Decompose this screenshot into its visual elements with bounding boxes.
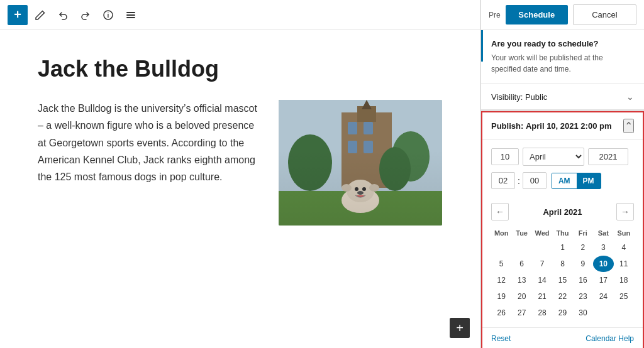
year-input[interactable] (588, 148, 628, 165)
calendar-day (614, 305, 634, 321)
calendar-day[interactable]: 6 (511, 256, 531, 272)
post-text[interactable]: Jack the Bulldog is the university’s off… (38, 100, 264, 185)
ampm-toggle: AM PM (552, 173, 601, 189)
calendar-days-header: MonTueWedThuFriSatSun (491, 227, 634, 239)
time-row: : AM PM (491, 172, 634, 189)
calendar-day[interactable]: 26 (491, 305, 511, 321)
calendar-day[interactable]: 1 (552, 239, 572, 256)
calendar-day[interactable]: 30 (573, 305, 593, 321)
visibility-row[interactable]: Visibility: Public ⌄ (481, 84, 644, 111)
calendar-grid: MonTueWedThuFriSatSun 123456789101112131… (491, 227, 634, 321)
calendar-month-year: April 2021 (543, 207, 582, 217)
schedule-notice: Are you ready to schedule? Your work wil… (481, 30, 644, 84)
calendar-day[interactable]: 14 (532, 272, 552, 288)
calendar: ← April 2021 → MonTueWedThuFriSatSun 123… (482, 197, 643, 327)
calendar-day[interactable]: 25 (614, 288, 634, 305)
sidebar-header: Pre Schedule Cancel (481, 0, 644, 30)
calendar-day[interactable]: 12 (491, 272, 511, 288)
info-button[interactable]: i (98, 5, 118, 25)
schedule-button[interactable]: Schedule (506, 5, 568, 24)
calendar-day[interactable]: 7 (532, 256, 552, 272)
calendar-day[interactable]: 4 (614, 239, 634, 256)
calendar-day[interactable]: 21 (532, 288, 552, 305)
add-block-button[interactable]: + (8, 5, 28, 25)
calendar-day[interactable]: 22 (552, 288, 572, 305)
calendar-day[interactable]: 9 (573, 256, 593, 272)
day-input[interactable] (491, 148, 519, 165)
svg-point-14 (392, 131, 430, 182)
pencil-button[interactable] (30, 5, 50, 25)
calendar-day (511, 239, 531, 256)
calendar-help-link[interactable]: Calendar Help (586, 334, 634, 343)
month-select[interactable]: JanuaryFebruaryMarch AprilMayJune JulyAu… (523, 148, 584, 166)
calendar-day[interactable]: 5 (491, 256, 511, 272)
svg-point-22 (341, 184, 352, 192)
preview-label: Pre (489, 11, 501, 19)
svg-rect-3 (126, 14, 135, 16)
day-of-week-header: Fri (573, 227, 593, 239)
svg-rect-11 (348, 141, 357, 153)
calendar-body: 1234567891011121314151617181920212223242… (491, 239, 634, 321)
calendar-day[interactable]: 18 (614, 272, 634, 288)
post-title[interactable]: Jack the Bulldog (38, 55, 442, 82)
cancel-button[interactable]: Cancel (573, 4, 636, 25)
next-month-button[interactable]: → (616, 203, 634, 220)
day-of-week-header: Sun (614, 227, 634, 239)
calendar-day[interactable]: 23 (573, 288, 593, 305)
day-of-week-header: Wed (532, 227, 552, 239)
day-of-week-header: Tue (511, 227, 531, 239)
calendar-day[interactable]: 11 (614, 256, 634, 272)
hour-input[interactable] (491, 172, 515, 189)
svg-rect-16 (279, 191, 442, 226)
chevron-down-icon: ⌄ (626, 92, 634, 102)
svg-rect-10 (364, 122, 373, 134)
content-block: Jack the Bulldog is the university’s off… (38, 100, 442, 226)
calendar-day[interactable]: 2 (573, 239, 593, 256)
notice-text: Your work will be published at the speci… (491, 52, 634, 75)
reset-button[interactable]: Reset (491, 334, 511, 343)
calendar-day[interactable]: 10 (593, 256, 613, 272)
calendar-day[interactable]: 17 (593, 272, 613, 288)
am-button[interactable]: AM (552, 173, 577, 188)
collapse-button[interactable]: ⌃ (623, 119, 634, 133)
svg-point-21 (357, 191, 364, 195)
calendar-footer: Reset Calendar Help (482, 327, 643, 348)
day-of-week-header: Sat (593, 227, 613, 239)
svg-point-17 (341, 188, 379, 213)
publish-header: Publish: April 10, 2021 2:00 pm ⌃ (482, 112, 643, 140)
calendar-day[interactable]: 28 (532, 305, 552, 321)
add-block-bottom-button[interactable]: + (450, 318, 470, 338)
calendar-day[interactable]: 20 (511, 288, 531, 305)
editor-area: + i (0, 0, 480, 348)
calendar-week-row: 1234 (491, 239, 634, 256)
calendar-day[interactable]: 3 (593, 239, 613, 256)
calendar-week-row: 19202122232425 (491, 288, 634, 305)
calendar-week-row: 12131415161718 (491, 272, 634, 288)
calendar-day[interactable]: 15 (552, 272, 572, 288)
svg-point-23 (369, 184, 379, 192)
calendar-day[interactable]: 8 (552, 256, 572, 272)
calendar-day[interactable]: 16 (573, 272, 593, 288)
svg-point-20 (362, 187, 366, 191)
svg-rect-2 (126, 12, 135, 13)
redo-button[interactable] (75, 5, 96, 25)
day-of-week-header: Thu (552, 227, 572, 239)
list-button[interactable] (121, 5, 141, 25)
svg-text:i: i (108, 12, 109, 19)
prev-month-button[interactable]: ← (491, 203, 509, 220)
calendar-day[interactable]: 27 (511, 305, 531, 321)
svg-point-15 (379, 147, 411, 191)
calendar-week-row: 2627282930 (491, 305, 634, 321)
calendar-day[interactable]: 29 (552, 305, 572, 321)
minute-input[interactable] (523, 172, 547, 189)
svg-point-13 (288, 134, 332, 191)
day-of-week-header: Mon (491, 227, 511, 239)
pm-button[interactable]: PM (577, 173, 601, 188)
blue-accent-bar (481, 30, 483, 62)
calendar-day[interactable]: 24 (593, 288, 613, 305)
notice-title: Are you ready to schedule? (491, 39, 634, 48)
editor-content: Jack the Bulldog Jack the Bulldog is the… (0, 30, 480, 348)
calendar-day[interactable]: 13 (511, 272, 531, 288)
undo-button[interactable] (53, 5, 73, 25)
calendar-day[interactable]: 19 (491, 288, 511, 305)
